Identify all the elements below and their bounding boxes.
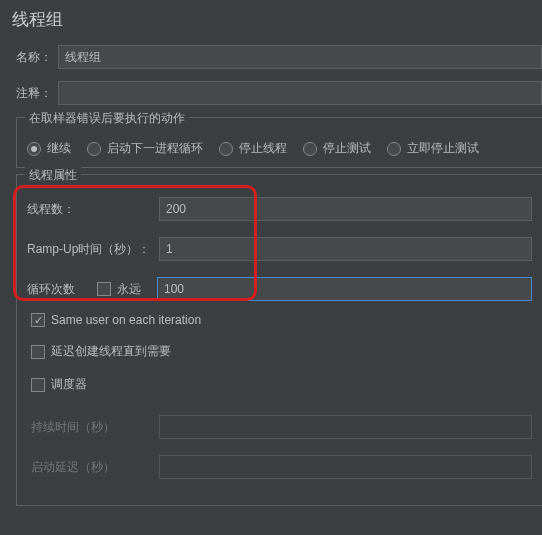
checkbox-icon <box>31 313 45 327</box>
radio-icon <box>387 142 401 156</box>
threads-input[interactable] <box>159 197 532 221</box>
radio-start-next[interactable]: 启动下一进程循环 <box>87 140 203 157</box>
forever-label: 永远 <box>117 281 141 298</box>
sampler-error-fieldset: 在取样器错误后要执行的动作 继续 启动下一进程循环 停止线程 停止测试 立即停止… <box>16 117 542 168</box>
checkbox-icon <box>31 378 45 392</box>
radio-stop-test[interactable]: 停止测试 <box>303 140 371 157</box>
radio-label: 停止线程 <box>239 140 287 157</box>
radio-continue[interactable]: 继续 <box>27 140 71 157</box>
loop-label: 循环次数 <box>27 281 97 298</box>
scheduler-checkbox[interactable]: 调度器 <box>31 376 532 393</box>
thread-props-fieldset: 线程属性 线程数： Ramp-Up时间（秒）： 循环次数 永远 Same use… <box>16 174 542 506</box>
radio-label: 停止测试 <box>323 140 371 157</box>
radio-icon <box>303 142 317 156</box>
sampler-error-title: 在取样器错误后要执行的动作 <box>25 110 189 127</box>
rampup-input[interactable] <box>159 237 532 261</box>
radio-label: 立即停止测试 <box>407 140 479 157</box>
startup-delay-label: 启动延迟（秒） <box>31 459 159 476</box>
radio-stop-thread[interactable]: 停止线程 <box>219 140 287 157</box>
checkbox-icon <box>31 345 45 359</box>
forever-checkbox[interactable]: 永远 <box>97 281 157 298</box>
panel-title: 线程组 <box>12 8 542 31</box>
comment-label: 注释： <box>16 85 58 102</box>
duration-input <box>159 415 532 439</box>
threads-label: 线程数： <box>27 201 159 218</box>
thread-props-title: 线程属性 <box>25 167 81 184</box>
checkbox-icon <box>97 282 111 296</box>
radio-label: 继续 <box>47 140 71 157</box>
name-label: 名称： <box>16 49 58 66</box>
name-input[interactable] <box>58 45 542 69</box>
duration-label: 持续时间（秒） <box>31 419 159 436</box>
delay-create-checkbox[interactable]: 延迟创建线程直到需要 <box>31 343 532 360</box>
startup-delay-input <box>159 455 532 479</box>
same-user-checkbox[interactable]: Same user on each iteration <box>31 313 532 327</box>
loop-count-input[interactable] <box>157 277 532 301</box>
scheduler-label: 调度器 <box>51 376 87 393</box>
delay-create-label: 延迟创建线程直到需要 <box>51 343 171 360</box>
radio-icon <box>27 142 41 156</box>
comment-input[interactable] <box>58 81 542 105</box>
radio-stop-test-now[interactable]: 立即停止测试 <box>387 140 479 157</box>
rampup-label: Ramp-Up时间（秒）： <box>27 241 159 258</box>
radio-label: 启动下一进程循环 <box>107 140 203 157</box>
same-user-label: Same user on each iteration <box>51 313 201 327</box>
radio-icon <box>219 142 233 156</box>
radio-icon <box>87 142 101 156</box>
